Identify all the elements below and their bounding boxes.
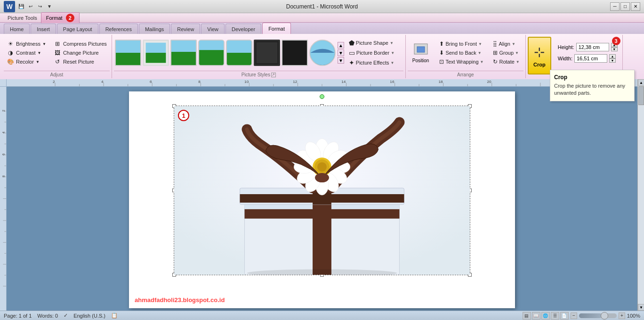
tab-developer[interactable]: Developer (225, 24, 261, 34)
position-btn[interactable]: Position (409, 42, 433, 64)
scroll-more-arrow[interactable]: ▼ (338, 57, 344, 64)
svg-text:12: 12 (293, 80, 297, 84)
style-thumb-2[interactable] (143, 40, 169, 66)
save-btn[interactable]: 💾 (17, 2, 25, 11)
style-thumb-8[interactable] (309, 40, 336, 66)
bring-front-icon: ⬆ (439, 41, 444, 47)
style-thumb-4[interactable] (198, 40, 225, 66)
tab-format[interactable]: Format (262, 23, 291, 34)
send-back-btn[interactable]: ⬇ Send to Back ▼ (436, 49, 486, 57)
style-thumb-5[interactable] (226, 40, 252, 66)
reset-picture-btn[interactable]: ↺ Reset Picture (52, 57, 109, 66)
web-layout-btn[interactable]: 🌐 (541, 312, 550, 320)
size-inputs: Height: ▲ ▼ Width: ▲ ▼ (556, 41, 620, 65)
size-badge: 3 (612, 37, 620, 45)
tab-view[interactable]: View (201, 24, 225, 34)
text-wrapping-btn[interactable]: ⊡ Text Wrapping ▼ (436, 57, 486, 66)
picture-styles-label: Picture Styles ↗ (114, 71, 403, 78)
bring-front-btn[interactable]: ⬆ Bring to Front ▼ (436, 40, 486, 48)
tab-references[interactable]: References (99, 24, 138, 34)
arrange-col1: ⬆ Bring to Front ▼ ⬇ Send to Back ▼ ⊡ Te… (436, 40, 486, 66)
style-thumb-6[interactable] (254, 40, 280, 66)
print-view-btn[interactable]: ▤ (523, 312, 531, 320)
scroll-down-btn[interactable]: ▼ (638, 304, 644, 311)
rotate-handle[interactable] (320, 94, 324, 99)
scroll-thumb[interactable] (638, 86, 644, 105)
change-picture-btn[interactable]: 🖼 Change Picture (52, 49, 109, 57)
tab-page-layout[interactable]: Page Layout (57, 24, 98, 34)
tab-insert[interactable]: Insert (31, 24, 56, 34)
redo-btn[interactable]: ↪ (36, 2, 44, 11)
scrollbar-vertical[interactable]: ▲ ▼ (637, 79, 644, 311)
size-content: Height: ▲ ▼ Width: ▲ ▼ 3 (555, 35, 620, 71)
customize-btn[interactable]: ▼ (45, 2, 54, 11)
recolor-btn[interactable]: 🎨 Recolor ▼ (5, 57, 48, 66)
align-btn[interactable]: ⣿ Align ▼ (490, 40, 522, 48)
svg-text:4: 4 (101, 80, 104, 84)
height-input[interactable] (576, 43, 609, 51)
picture-styles-content: ▲ ▼ ▼ ⬟ Picture Shape ▼ ▭ Picture Border… (114, 35, 403, 71)
format-tab-top[interactable]: Format 2 (41, 12, 80, 23)
group-btn[interactable]: ⊞ Group ▼ (490, 49, 522, 57)
adjust-group-content: ☀ Brightness ▼ ◑ Contrast ▼ 🎨 Recolor ▼ (4, 35, 110, 71)
zoom-plus-btn[interactable]: + (619, 312, 625, 319)
zoom-minus-btn[interactable]: − (571, 312, 577, 319)
image-badge: 1 (178, 110, 189, 121)
picture-border-btn[interactable]: ▭ Picture Border ▼ (346, 48, 402, 57)
width-up[interactable]: ▲ (609, 54, 616, 58)
app-title: Document1 - Microsoft Word (286, 3, 358, 10)
reset-icon: ↺ (54, 58, 61, 66)
styles-scroll[interactable]: ▲ ▼ ▼ (338, 42, 344, 64)
picture-styles-expand[interactable]: ↗ (271, 73, 276, 77)
tab-mailings[interactable]: Mailings (139, 24, 170, 34)
draft-btn[interactable]: 📄 (560, 312, 569, 320)
svg-rect-2 (144, 41, 168, 53)
tooltip-text: Crop the picture to remove any unwanted … (554, 82, 630, 97)
zoom-bar: − + 100% (571, 312, 640, 319)
style-thumb-7[interactable] (282, 40, 308, 66)
scroll-down-arrow[interactable]: ▼ (338, 49, 344, 56)
svg-rect-5 (171, 41, 196, 52)
minimize-btn[interactable]: ─ (610, 2, 620, 11)
brightness-btn[interactable]: ☀ Brightness ▼ (5, 40, 48, 48)
width-down[interactable]: ▼ (609, 58, 616, 63)
style-thumb-3[interactable] (170, 40, 197, 66)
crop-btn[interactable]: ⊹ Crop (528, 37, 551, 74)
page-container: 1 (7, 87, 637, 311)
svg-rect-7 (199, 41, 224, 50)
scroll-up-arrow[interactable]: ▲ (338, 42, 344, 49)
picture-shape-btn[interactable]: ⬟ Picture Shape ▼ (346, 38, 402, 48)
contrast-btn[interactable]: ◑ Contrast ▼ (5, 49, 48, 57)
adjust-label: Adjust (4, 71, 110, 78)
picture-shape-dropdown: ▼ (390, 41, 394, 45)
height-down[interactable]: ▼ (611, 47, 618, 51)
tab-home[interactable]: Home (4, 24, 30, 34)
outline-btn[interactable]: ☰ (551, 312, 559, 320)
rotate-btn[interactable]: ↻ Rotate ▼ (490, 57, 522, 66)
style-thumb-1[interactable] (115, 40, 141, 66)
window-controls: ─ □ ✕ (610, 2, 640, 11)
tab-review[interactable]: Review (171, 24, 200, 34)
picture-effects-btn[interactable]: ✦ Picture Effects ▼ (346, 58, 402, 67)
maximize-btn[interactable]: □ (620, 2, 630, 11)
contrast-dropdown: ▼ (38, 51, 41, 55)
selected-image[interactable]: 1 (174, 106, 470, 275)
svg-text:6: 6 (150, 80, 152, 84)
format-badge: 2 (66, 14, 74, 22)
height-row: Height: ▲ ▼ (558, 43, 618, 51)
compress-btn[interactable]: ⊞ Compress Pictures (52, 40, 109, 48)
ruler-horizontal: 2 4 6 8 10 12 14 16 18 20 (7, 79, 637, 87)
full-reading-btn[interactable]: 📖 (532, 312, 540, 320)
language: English (U.S.) (73, 313, 105, 319)
zoom-thumb[interactable] (601, 312, 608, 320)
width-stepper[interactable]: ▲ ▼ (609, 54, 616, 63)
undo-btn[interactable]: ↩ (26, 2, 35, 11)
svg-rect-16 (417, 47, 425, 52)
close-btn[interactable]: ✕ (631, 2, 640, 11)
scroll-up-btn[interactable]: ▲ (638, 79, 644, 86)
svg-point-96 (315, 173, 329, 182)
status-right: ▤ 📖 🌐 ☰ 📄 − + 100% (523, 312, 640, 320)
picture-tools-bar: Picture Tools Format 2 (0, 13, 644, 23)
zoom-slider[interactable] (579, 313, 617, 318)
width-input[interactable] (574, 54, 607, 63)
